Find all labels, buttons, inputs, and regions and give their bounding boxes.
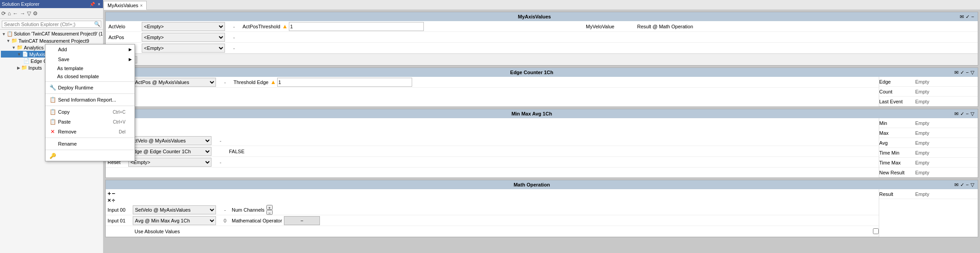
filter-button[interactable]: ▽ <box>27 10 31 17</box>
mma-min-row: Min Empty <box>879 118 978 128</box>
tab-close-button[interactable]: × <box>140 3 143 8</box>
ctx-deploy-label: Deploy Runtime <box>58 85 126 90</box>
threshold-input[interactable] <box>289 22 424 31</box>
save-icon <box>49 56 56 63</box>
ctx-remove[interactable]: ✕ Remove Del <box>45 127 135 137</box>
mma-newresult-key: New Result <box>879 170 915 175</box>
math-input01-select-col: Avg @ Min Max Avg 1Ch <box>133 216 218 225</box>
mma-actvelo-select[interactable]: ActVelo @ MyAxisValues <box>128 136 211 145</box>
ctx-rename-label: Rename <box>58 141 126 146</box>
minmaxavg-icons: ✉ ✓ − ▽ <box>954 111 974 117</box>
ctx-paste-shortcut: Ctrl+V <box>113 120 126 124</box>
myaxisvalues-panel-icons: ✉ ✓ − <box>960 14 974 20</box>
solution-arrow: ▼ <box>2 32 6 36</box>
actpos-dash: - <box>227 35 241 40</box>
solution-explorer-titlebar: Solution Explorer 📌 × <box>0 0 103 8</box>
math-icon-check[interactable]: ✓ <box>960 182 964 188</box>
sync-button[interactable]: ⟳ <box>1 10 6 17</box>
sendinfo-icon: 📋 <box>49 96 56 103</box>
settings-button[interactable]: ⚙ <box>32 10 38 17</box>
tree-item-twincat[interactable]: ▼ 📁 TwinCAT Measurement Project9 <box>1 37 102 44</box>
numchannels-down[interactable]: − <box>266 210 273 215</box>
ctx-properties[interactable]: 🔑 <box>45 151 135 161</box>
mma-icon-check[interactable]: ✓ <box>960 111 964 117</box>
ctx-copy-shortcut: Ctrl+C <box>112 110 126 115</box>
panel-icon-minus[interactable]: − <box>971 14 974 20</box>
mma-icon-mail[interactable]: ✉ <box>954 111 958 117</box>
ctx-save[interactable]: Save <box>45 54 135 64</box>
remove-icon: ✕ <box>49 128 56 135</box>
panel-icon-mail[interactable]: ✉ <box>960 14 964 20</box>
inputs-icon: 📁 <box>21 65 27 71</box>
mma-max-val: Empty <box>915 130 929 136</box>
mma-newresult-val: Empty <box>915 170 929 175</box>
paste-icon: 📋 <box>49 118 56 125</box>
search-input[interactable] <box>2 21 101 28</box>
math-icon-minus[interactable]: − <box>966 182 969 188</box>
ctx-remove-shortcut: Del <box>119 129 126 134</box>
panel-icon-check[interactable]: ✓ <box>966 14 970 20</box>
ctx-sendinfo[interactable]: 📋 Send Information Report... <box>45 95 135 105</box>
setvelo-select-col: <Empty> <box>142 44 227 53</box>
mma-icon-minus[interactable]: − <box>966 111 969 117</box>
ctx-add[interactable]: Add <box>45 44 135 54</box>
home-button[interactable]: ⌂ <box>7 10 11 17</box>
ec-icon-check[interactable]: ✓ <box>960 70 964 75</box>
mathop-minus-btn[interactable]: − <box>284 216 320 225</box>
back-button[interactable]: ← <box>12 10 18 17</box>
edge-icon: 📄 <box>23 58 30 64</box>
math-ops-area: + − × ÷ <box>106 189 879 204</box>
ec-icon-mail[interactable]: ✉ <box>954 70 958 75</box>
ctx-rename[interactable]: Rename <box>45 139 135 149</box>
actvelo-select[interactable]: <Empty> <box>142 22 225 31</box>
math-input00-select-col: SetVelo @ MyAxisValues <box>133 205 218 214</box>
math-input00-select[interactable]: SetVelo @ MyAxisValues <box>133 205 216 214</box>
mma-edge-select[interactable]: Edge @ Edge Counter 1Ch <box>128 147 211 156</box>
ctx-astemplate[interactable]: As template <box>45 64 135 72</box>
pin-icon[interactable]: 📌 <box>89 2 96 7</box>
math-abs-checkbox-col <box>873 228 879 234</box>
math-input01-label: Input 01 <box>106 218 133 223</box>
math-icon-expand[interactable]: ▽ <box>971 182 974 188</box>
math-result-row: Result Empty <box>879 189 978 199</box>
properties-icon: 🔑 <box>49 152 56 160</box>
math-input01-select[interactable]: Avg @ Min Max Avg 1Ch <box>133 216 216 225</box>
mma-icon-expand[interactable]: ▽ <box>971 111 974 117</box>
ec-threshold-input[interactable] <box>277 78 412 87</box>
edge-counter-panel: Edge Counter 1Ch ✉ ✓ − ▽ <box>105 67 978 107</box>
ctx-asclosed[interactable]: As closed template <box>45 72 135 80</box>
myaxisvalues-panel: MyAxisValues ✉ ✓ − ActVelo <box>105 12 978 66</box>
numchannels-up[interactable]: + <box>266 205 273 210</box>
mma-reset-select[interactable]: <Empty> <box>128 158 211 167</box>
tab-myaxisvalues[interactable]: MyAxisValues × <box>103 1 147 10</box>
actpos-select[interactable]: <Empty> <box>142 33 225 42</box>
math-icon-mail[interactable]: ✉ <box>954 182 958 188</box>
ec-input-select[interactable]: ActPos @ MyAxisValues <box>133 78 216 87</box>
ec-icon-expand[interactable]: ▽ <box>971 70 974 75</box>
threshold-label: ActPosThreshold <box>243 24 280 29</box>
use-absolute-checkbox[interactable] <box>873 228 879 234</box>
ctx-sep3 <box>45 106 135 106</box>
edge-counter-title: Edge Counter 1Ch <box>109 70 954 75</box>
main-area: MyAxisValues × MyAxisValues ✉ ✓ − <box>103 0 980 253</box>
tree-item-solution[interactable]: ▼ 📋 Solution 'TwinCAT Measurement Projec… <box>1 31 102 37</box>
close-icon[interactable]: × <box>97 2 101 7</box>
math-header: Math Operation ✉ ✓ − ▽ <box>106 180 978 189</box>
ctx-copy[interactable]: 📋 Copy Ctrl+C <box>45 107 135 117</box>
math-numchannels-area: Num Channels + − <box>232 205 879 215</box>
setvelo-select[interactable]: <Empty> <box>142 44 225 53</box>
ec-lastevent-key: Last Event <box>879 99 915 104</box>
ec-icon-minus[interactable]: − <box>966 70 969 75</box>
twincat-arrow: ▼ <box>6 39 10 43</box>
ctx-paste[interactable]: 📋 Paste Ctrl+V <box>45 117 135 127</box>
divide-symbol: ÷ <box>112 197 115 204</box>
math-result-val: Empty <box>915 191 929 197</box>
ec-edge-row: Edge Empty <box>879 77 978 87</box>
ctx-deploy[interactable]: 🔧 Deploy Runtime <box>45 83 135 93</box>
actvelo-select-col: <Empty> <box>142 22 227 31</box>
ctx-sendinfo-label: Send Information Report... <box>58 97 126 102</box>
myaxis-row-actpos: ActPos <Empty> - <box>106 32 978 43</box>
mma-actvelo-select-col: ActVelo @ MyAxisValues <box>128 136 214 145</box>
analytics-arrow: ▼ <box>12 45 16 50</box>
forward-button[interactable]: → <box>19 10 26 17</box>
